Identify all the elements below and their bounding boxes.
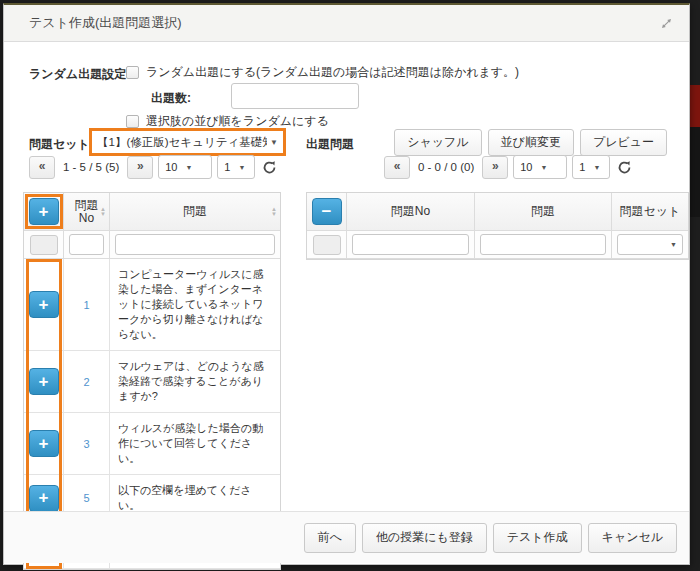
filter-question-set-select[interactable]: ▼ — [617, 234, 683, 255]
add-cell: + — [24, 351, 64, 413]
preview-button[interactable]: プレビュー — [580, 129, 667, 156]
table-row: +2マルウェアは、どのような感染経路で感染することがありますか? — [24, 351, 280, 413]
dialog-body: ランダム出題設定: ランダム出題にする(ランダム出題の場合は記述問題は除かれます… — [4, 42, 689, 563]
selected-pager-prev-button[interactable]: « — [384, 156, 410, 179]
question-count-input[interactable] — [231, 83, 359, 109]
remove-all-header-cell: − — [307, 193, 347, 231]
source-pager-prev-button[interactable]: « — [29, 156, 55, 179]
question-no-link[interactable]: 3 — [64, 413, 110, 475]
filter-no-cell — [64, 231, 110, 259]
selected-question-table: − 問題No 問題 問題セット — [306, 192, 689, 260]
random-question-checkbox[interactable] — [126, 66, 139, 79]
add-cell: + — [24, 259, 64, 351]
chevron-down-icon: ▼ — [541, 164, 548, 171]
selected-pager-range: 0 - 0 / 0 (0) — [415, 161, 477, 173]
sort-icon: ▲▼ — [100, 207, 106, 217]
selected-page-number-select[interactable]: 1 ▼ — [572, 155, 610, 179]
table-row: +3ウィルスが感染した場合の動作について回答してください。 — [24, 413, 280, 475]
chevron-down-icon: ▼ — [238, 164, 245, 171]
selected-page-number-value: 1 — [579, 161, 585, 173]
plus-icon: + — [39, 435, 49, 453]
source-page-number-select[interactable]: 1 ▼ — [217, 155, 255, 179]
table-row: +1コンピューターウィルスに感染した場合、まずインターネットに接続しているネット… — [24, 259, 280, 351]
header-selected-question-set: 問題セット — [612, 193, 688, 231]
resize-expand-icon[interactable] — [657, 14, 675, 32]
selected-questions-label: 出題問題 — [306, 136, 354, 153]
header-question[interactable]: 問題 ▲▼ — [110, 193, 280, 231]
source-page-number-value: 1 — [224, 161, 230, 173]
header-question-no[interactable]: 問題No ▲▼ — [64, 193, 110, 231]
filter-selected-set-cell: ▼ — [612, 231, 688, 259]
question-no-link[interactable]: 1 — [64, 259, 110, 351]
selected-questions-toolbar: シャッフル 並び順変更 プレビュー — [394, 129, 667, 156]
filter-question-no-input[interactable] — [69, 234, 104, 255]
source-table-filter-row — [24, 231, 280, 259]
plus-icon: + — [39, 296, 49, 314]
create-test-button[interactable]: テスト作成 — [493, 523, 582, 553]
add-question-button[interactable]: + — [29, 368, 59, 395]
selected-page-size-select[interactable]: 10 ▼ — [513, 155, 567, 179]
filter-selected-no-input[interactable] — [352, 234, 469, 255]
add-all-header-cell: + — [24, 193, 64, 231]
minus-icon: − — [322, 203, 332, 221]
question-set-selected-value: 【1】(修正版)セキュリティ基礎知 — [97, 135, 267, 150]
source-pager-range: 1 - 5 / 5 (5) — [60, 161, 122, 173]
background-page-dark-strip — [690, 127, 700, 217]
random-settings-label: ランダム出題設定: — [29, 66, 130, 83]
selected-pager: « 0 - 0 / 0 (0) » 10 ▼ 1 ▼ — [384, 155, 633, 179]
random-question-checkbox-row: ランダム出題にする(ランダム出題の場合は記述問題は除かれます。) — [126, 64, 519, 81]
plus-icon: + — [39, 373, 49, 391]
previous-button[interactable]: 前へ — [304, 523, 356, 553]
dialog-titlebar: テスト作成(出題問題選択) — [4, 5, 689, 42]
filter-question-cell — [110, 231, 280, 259]
sort-icon: ▲▼ — [271, 207, 277, 217]
selected-pager-next-button[interactable]: » — [482, 156, 508, 179]
chevron-down-icon: ▼ — [270, 138, 278, 147]
filter-blank-cell — [307, 231, 347, 259]
background-page-red-strip — [690, 85, 700, 127]
question-set-label: 問題セット — [29, 136, 90, 153]
question-text: コンピューターウィルスに感染した場合、まずインターネットに接続しているネットワー… — [110, 259, 280, 351]
question-count-label: 出題数: — [151, 90, 191, 107]
source-pager-next-button[interactable]: » — [127, 156, 153, 179]
add-question-button[interactable]: + — [29, 430, 59, 457]
selected-page-size-value: 10 — [520, 161, 532, 173]
source-page-size-select[interactable]: 10 ▼ — [158, 155, 212, 179]
chevron-down-icon: ▼ — [186, 164, 193, 171]
header-selected-question: 問題 — [475, 193, 612, 231]
shuffle-choices-checkbox[interactable] — [126, 115, 139, 128]
cancel-button[interactable]: キャンセル — [588, 523, 677, 553]
add-cell: + — [24, 413, 64, 475]
selected-table-header: − 問題No 問題 問題セット — [307, 193, 688, 231]
add-question-button[interactable]: + — [29, 291, 59, 318]
filter-blank-cell — [24, 231, 64, 259]
source-page-size-value: 10 — [165, 161, 177, 173]
register-other-classes-button[interactable]: 他の授業にも登録 — [362, 523, 487, 553]
question-text: マルウェアは、どのような感染経路で感染することがありますか? — [110, 351, 280, 413]
source-table-header: + 問題No ▲▼ 問題 ▲▼ — [24, 193, 280, 231]
source-refresh-icon[interactable] — [260, 158, 278, 176]
filter-selected-question-input[interactable] — [480, 234, 606, 255]
question-text: ウィルスが感染した場合の動作について回答してください。 — [110, 413, 280, 475]
filter-selected-no-cell — [347, 231, 475, 259]
add-all-highlight: + — [25, 194, 63, 229]
question-set-select[interactable]: 【1】(修正版)セキュリティ基礎知 ▼ — [89, 128, 286, 156]
question-no-link[interactable]: 2 — [64, 351, 110, 413]
chevron-down-icon: ▼ — [593, 164, 600, 171]
reorder-button[interactable]: 並び順変更 — [488, 129, 574, 156]
add-all-button[interactable]: + — [29, 198, 59, 225]
dialog-footer: 前へ 他の授業にも登録 テスト作成 キャンセル — [4, 511, 689, 563]
filter-question-input[interactable] — [115, 234, 275, 255]
plus-icon: + — [39, 489, 49, 507]
source-pager: « 1 - 5 / 5 (5) » 10 ▼ 1 ▼ — [29, 155, 278, 179]
remove-all-button[interactable]: − — [312, 198, 342, 225]
dialog-title: テスト作成(出題問題選択) — [29, 14, 182, 32]
plus-icon: + — [39, 203, 49, 221]
selected-refresh-icon[interactable] — [615, 158, 633, 176]
chevron-down-icon: ▼ — [670, 241, 677, 248]
add-question-button[interactable]: + — [29, 485, 59, 512]
filter-selected-question-cell — [475, 231, 612, 259]
shuffle-button[interactable]: シャッフル — [394, 129, 481, 156]
test-creation-dialog: テスト作成(出題問題選択) ランダム出題設定: ランダム出題にする(ランダム出題… — [3, 3, 690, 565]
random-question-checkbox-label: ランダム出題にする(ランダム出題の場合は記述問題は除かれます。) — [146, 64, 519, 81]
